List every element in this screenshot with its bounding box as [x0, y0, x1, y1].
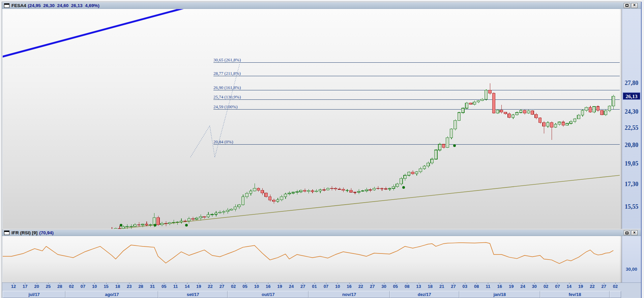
candle[interactable] — [268, 197, 271, 200]
candle[interactable] — [550, 122, 553, 127]
candle[interactable] — [523, 110, 526, 113]
candle[interactable] — [311, 191, 314, 191]
candle[interactable] — [465, 103, 468, 108]
candle[interactable] — [554, 124, 557, 127]
candle[interactable] — [511, 115, 514, 117]
candle[interactable] — [531, 111, 534, 114]
month-cell-set-17[interactable]: set/17 — [158, 291, 228, 298]
date-axis-days[interactable]: 1217202528020710151823283105111419222702… — [2, 283, 641, 291]
candle[interactable] — [396, 184, 399, 186]
rsi-titlebar[interactable]: IFR (RSI) [9] (70,94) × — [2, 230, 641, 236]
candle[interactable] — [423, 166, 426, 169]
candle[interactable] — [589, 107, 591, 112]
month-cell-dez-17[interactable]: dez/17 — [390, 291, 459, 298]
candle[interactable] — [350, 190, 352, 192]
candle[interactable] — [365, 190, 368, 191]
candle[interactable] — [500, 110, 503, 112]
candle[interactable] — [141, 224, 144, 225]
candle[interactable] — [431, 159, 433, 163]
price-axis[interactable]: 27,8024,3022,5520,8019,0517,3015,5526,13 — [622, 9, 641, 229]
candle[interactable] — [134, 225, 136, 226]
candle[interactable] — [450, 129, 452, 138]
candle[interactable] — [234, 207, 236, 209]
candle[interactable] — [477, 100, 479, 102]
candle[interactable] — [546, 122, 549, 126]
candle[interactable] — [330, 188, 333, 188]
candle[interactable] — [357, 191, 360, 192]
candle[interactable] — [538, 118, 541, 123]
candle[interactable] — [473, 102, 476, 104]
candle[interactable] — [165, 223, 167, 224]
candle[interactable] — [245, 193, 248, 197]
maximize-button[interactable] — [624, 230, 630, 235]
candle[interactable] — [296, 192, 298, 192]
candle[interactable] — [612, 96, 615, 106]
candle[interactable] — [153, 217, 155, 225]
month-cell-jan-18[interactable]: jan/18 — [459, 291, 540, 298]
candle[interactable] — [303, 190, 306, 191]
candle[interactable] — [543, 122, 545, 126]
candle[interactable] — [458, 113, 460, 121]
candle[interactable] — [326, 188, 329, 190]
window-right-border[interactable] — [641, 2, 642, 298]
candle[interactable] — [222, 212, 225, 212]
candle[interactable] — [265, 193, 267, 197]
candle[interactable] — [338, 189, 341, 189]
rsi-line[interactable] — [3, 242, 613, 263]
candle[interactable] — [195, 218, 198, 219]
candle[interactable] — [238, 205, 240, 207]
candle[interactable] — [192, 219, 194, 219]
candle[interactable] — [280, 197, 283, 200]
maximize-button[interactable] — [624, 3, 630, 8]
candle[interactable] — [504, 112, 507, 114]
candle[interactable] — [435, 150, 437, 159]
candle[interactable] — [122, 227, 125, 228]
candle[interactable] — [573, 119, 576, 121]
candle[interactable] — [361, 191, 364, 191]
candle[interactable] — [319, 190, 321, 191]
candle[interactable] — [160, 223, 163, 225]
fibonacci-retracement[interactable]: 30,65 (261,8%)28,77 (211,8%)26,90 (161,8… — [213, 57, 620, 145]
candle[interactable] — [558, 122, 561, 124]
candle[interactable] — [562, 122, 564, 125]
candle[interactable] — [489, 90, 491, 93]
candle[interactable] — [299, 190, 302, 192]
candle[interactable] — [218, 212, 221, 213]
candle[interactable] — [438, 144, 441, 150]
candle[interactable] — [481, 99, 484, 101]
candle[interactable] — [261, 190, 264, 193]
candle[interactable] — [307, 191, 310, 191]
candle[interactable] — [469, 103, 472, 105]
candle[interactable] — [442, 144, 445, 147]
candle[interactable] — [172, 222, 175, 222]
candle[interactable] — [292, 192, 294, 193]
candle[interactable] — [566, 123, 568, 125]
blue-resistance-line[interactable] — [3, 9, 186, 57]
candle[interactable] — [388, 188, 391, 189]
candle[interactable] — [427, 163, 430, 166]
candle[interactable] — [519, 110, 522, 112]
candle[interactable] — [601, 110, 603, 115]
candle[interactable] — [384, 189, 387, 189]
candle[interactable] — [419, 169, 422, 172]
close-button[interactable]: × — [631, 3, 638, 8]
month-cell-jul-17[interactable]: jul/17 — [3, 291, 65, 298]
candle[interactable] — [207, 214, 209, 217]
candle[interactable] — [168, 222, 171, 224]
candle[interactable] — [380, 188, 383, 189]
candle[interactable] — [342, 189, 345, 190]
candle[interactable] — [187, 219, 190, 221]
candle[interactable] — [353, 192, 356, 192]
candle[interactable] — [211, 214, 213, 215]
candle[interactable] — [334, 188, 337, 189]
candle[interactable] — [284, 194, 287, 197]
month-cell-fev-18[interactable]: fev/18 — [540, 291, 610, 298]
candle[interactable] — [199, 217, 202, 218]
candle[interactable] — [373, 188, 375, 190]
candle[interactable] — [596, 107, 599, 111]
candle[interactable] — [415, 172, 418, 174]
candle[interactable] — [149, 225, 152, 225]
date-axis-months[interactable]: jul/17ago/17set/17out/17nov/17dez/17jan/… — [2, 291, 641, 298]
candle[interactable] — [214, 213, 217, 214]
candle[interactable] — [508, 114, 510, 118]
